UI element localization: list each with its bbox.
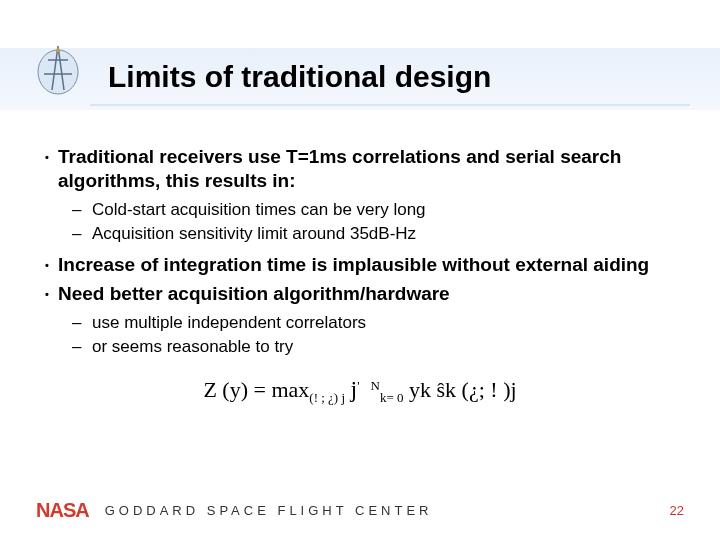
dash-marker-icon: – xyxy=(72,199,92,221)
bullet-text: Cold-start acquisition times can be very… xyxy=(92,199,684,221)
bullet-level2: – or seems reasonable to try xyxy=(72,336,684,358)
dash-marker-icon: – xyxy=(72,312,92,334)
bullet-text: Traditional receivers use T=1ms correlat… xyxy=(58,145,684,193)
eq-lhs: Z (y) = xyxy=(203,377,271,402)
bullet-level1: • Need better acquisition algorithm/hard… xyxy=(36,282,684,306)
bullet-level1: • Traditional receivers use T=1ms correl… xyxy=(36,145,684,193)
bullet-marker-icon: • xyxy=(36,145,58,165)
eq-sum-lower: k= 0 xyxy=(380,390,404,405)
bullet-text: use multiple independent correlators xyxy=(92,312,684,334)
eq-op-sub: (! ; ¿) j xyxy=(309,390,345,405)
equation: Z (y) = max(! ; ¿) j j' Nk= 0 yk ŝk (¿; … xyxy=(36,376,684,406)
page-title: Limits of traditional design xyxy=(108,60,491,94)
content-area: • Traditional receivers use T=1ms correl… xyxy=(36,145,684,406)
bullet-text: Acquisition sensitivity limit around 35d… xyxy=(92,223,684,245)
eq-rhs: yk ŝk (¿; ! )j xyxy=(409,377,517,402)
bullet-text: Need better acquisition algorithm/hardwa… xyxy=(58,282,684,306)
bullet-text: or seems reasonable to try xyxy=(92,336,684,358)
dash-marker-icon: – xyxy=(72,336,92,358)
bullet-text: Increase of integration time is implausi… xyxy=(58,253,684,277)
page-number: 22 xyxy=(670,503,684,518)
bullet-level2: – Cold-start acquisition times can be ve… xyxy=(72,199,684,221)
bullet-level1: • Increase of integration time is implau… xyxy=(36,253,684,277)
bullet-marker-icon: • xyxy=(36,253,58,273)
bullet-marker-icon: • xyxy=(36,282,58,302)
footer: NASA GODDARD SPACE FLIGHT CENTER 22 xyxy=(36,499,684,522)
dash-marker-icon: – xyxy=(72,223,92,245)
eq-big-sup: ' xyxy=(357,378,359,393)
eq-sum-upper: N xyxy=(371,378,380,393)
nasa-logo: NASA xyxy=(36,499,89,522)
title-underline xyxy=(90,104,690,106)
footer-text: GODDARD SPACE FLIGHT CENTER xyxy=(105,503,433,518)
bullet-level2: – use multiple independent correlators xyxy=(72,312,684,334)
bullet-level2: – Acquisition sensitivity limit around 3… xyxy=(72,223,684,245)
svg-point-0 xyxy=(38,50,78,94)
eq-op: max xyxy=(271,377,309,402)
org-logo-icon xyxy=(30,40,86,96)
